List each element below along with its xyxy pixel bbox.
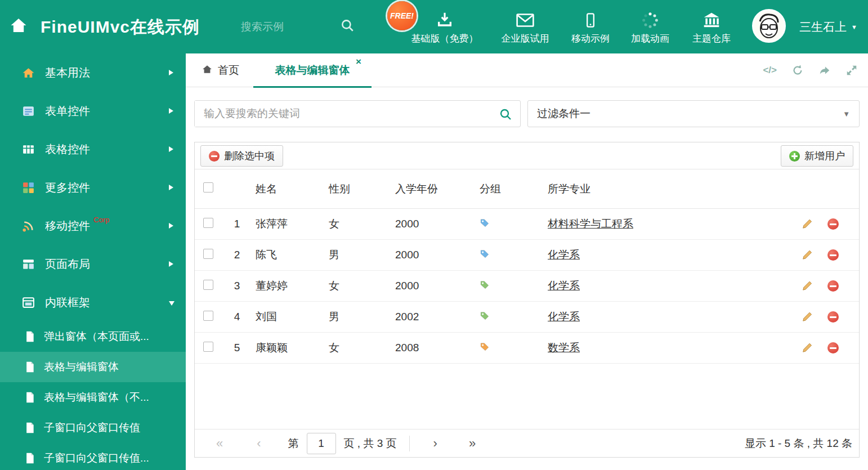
col-header-year: 入学年份 (391, 182, 475, 196)
pager-prev-button[interactable]: ‹ (257, 436, 261, 451)
header: FineUIMvc在线示例 FREE! 基础版（免费） 企业版试用 移动示例 (0, 0, 868, 53)
sidebar-item-mobile-controls[interactable]: 移动控件 Corp (0, 207, 186, 245)
sidebar-subitem-grid-edit-window-2[interactable]: 表格与编辑窗体（不... (0, 382, 186, 413)
major-link[interactable]: 数学系 (548, 342, 580, 353)
major-link[interactable]: 材料科学与工程系 (548, 218, 633, 230)
edit-icon[interactable] (802, 280, 813, 292)
add-user-button[interactable]: 新增用户 (781, 145, 853, 167)
filter-dropdown[interactable]: 过滤条件一 ▼ (527, 100, 860, 127)
sidebar-subitem-grid-edit-window[interactable]: 表格与编辑窗体 (0, 352, 186, 382)
corp-badge: Corp (93, 216, 109, 224)
row-checkbox[interactable] (203, 218, 213, 228)
major-link[interactable]: 化学系 (548, 311, 580, 323)
tag-icon (480, 311, 490, 321)
delete-icon[interactable] (827, 342, 839, 353)
select-all-checkbox[interactable] (203, 182, 213, 193)
search-icon[interactable] (499, 108, 512, 123)
caret-down-icon (169, 301, 175, 306)
close-icon[interactable]: × (356, 57, 361, 66)
row-gender: 女 (324, 217, 391, 231)
pager-next-button[interactable]: › (433, 436, 437, 451)
row-checkbox[interactable] (203, 311, 213, 321)
major-link[interactable]: 化学系 (548, 280, 580, 292)
row-index: 4 (223, 311, 251, 323)
table-row: 5 康颖颖 女 2008 数学系 (195, 333, 859, 364)
layout-icon (21, 257, 36, 271)
sidebar-item-more-controls[interactable]: 更多控件 (0, 168, 186, 207)
expand-icon[interactable] (845, 64, 858, 77)
row-index: 3 (223, 280, 251, 292)
sidebar-subitem-child-to-parent-2[interactable]: 子窗口向父窗口传值... (0, 443, 186, 470)
sidebar-item-iframe[interactable]: 内联框架 (0, 283, 186, 321)
edit-icon[interactable] (802, 249, 813, 261)
edit-icon[interactable] (802, 342, 813, 353)
row-gender: 男 (324, 310, 391, 324)
delete-icon[interactable] (827, 311, 839, 323)
edit-icon[interactable] (802, 311, 813, 323)
sidebar-subitem-popup-window[interactable]: 弹出窗体（本页面或... (0, 321, 186, 352)
share-icon[interactable] (818, 64, 831, 77)
grid-toolbar: 删除选中项 新增用户 (195, 142, 859, 169)
sidebar-item-label: 表单控件 (45, 104, 90, 119)
download-icon (405, 9, 484, 30)
col-header-group: 分组 (475, 182, 541, 196)
row-name: 康颖颖 (251, 341, 324, 355)
tab-home[interactable]: 首页 (202, 53, 239, 87)
nav-label: 主题仓库 (672, 32, 751, 45)
minus-circle-icon (209, 151, 220, 162)
refresh-icon[interactable] (791, 64, 804, 77)
header-search-input[interactable] (241, 17, 339, 37)
bank-icon (672, 9, 751, 30)
delete-icon[interactable] (827, 218, 839, 230)
row-checkbox[interactable] (203, 280, 213, 290)
sidebar-subitem-label: 表格与编辑窗体 (44, 360, 119, 374)
table-header-row: 姓名 性别 入学年份 分组 所学专业 (195, 169, 859, 209)
sidebar-item-label: 更多控件 (45, 180, 90, 195)
record-summary: 显示 1 - 5 条 , 共 12 条 (745, 436, 852, 451)
major-link[interactable]: 化学系 (548, 249, 580, 261)
sidebar-item-basic-usage[interactable]: 基本用法 (0, 53, 186, 92)
delete-icon[interactable] (827, 249, 839, 261)
sidebar-item-label: 移动控件 (45, 218, 90, 234)
row-name: 刘国 (251, 310, 324, 324)
add-button-label: 新增用户 (804, 149, 845, 163)
sidebar-item-label: 表格控件 (45, 142, 90, 157)
sidebar-item-form-controls[interactable]: 表单控件 (0, 92, 186, 130)
nav-label: 基础版（免费） (405, 32, 484, 45)
nav-basic-free[interactable]: 基础版（免费） (405, 9, 484, 45)
pager-first-button[interactable]: « (216, 436, 223, 451)
tab-bar-tools: </> (763, 53, 858, 87)
row-year: 2008 (391, 342, 475, 354)
sidebar: 基本用法 表单控件 表格控件 更多控件 (0, 53, 186, 470)
caret-right-icon (169, 108, 173, 114)
user-menu[interactable]: 三生石上 ▼ (799, 0, 857, 53)
table-row: 2 陈飞 男 2000 化学系 (195, 240, 859, 271)
page-number-input[interactable] (307, 433, 336, 454)
sidebar-item-page-layout[interactable]: 页面布局 (0, 245, 186, 283)
tab-grid-edit-window[interactable]: 表格与编辑窗体 × (253, 53, 372, 87)
home-icon[interactable] (9, 16, 28, 37)
table-icon (21, 142, 36, 156)
sidebar-item-grid-controls[interactable]: 表格控件 (0, 130, 186, 168)
edit-icon[interactable] (802, 218, 813, 230)
row-checkbox[interactable] (203, 342, 213, 352)
keyword-search-box (194, 100, 521, 127)
keyword-search-input[interactable] (195, 101, 487, 127)
frame-icon (21, 296, 36, 310)
avatar[interactable] (752, 9, 786, 43)
row-year: 2000 (391, 249, 475, 261)
pager-last-button[interactable]: » (469, 436, 476, 451)
row-gender: 男 (324, 248, 391, 262)
caret-right-icon (169, 146, 173, 152)
delete-icon[interactable] (827, 280, 839, 292)
sidebar-subitem-label: 子窗口向父窗口传值 (44, 420, 140, 435)
nav-theme-store[interactable]: 主题仓库 (672, 9, 751, 45)
search-icon[interactable] (340, 18, 355, 35)
page-label-suffix: 页 , 共 3 页 (344, 436, 397, 451)
row-index: 2 (223, 249, 251, 261)
tag-icon (480, 342, 490, 352)
sidebar-subitem-child-to-parent[interactable]: 子窗口向父窗口传值 (0, 413, 186, 443)
row-checkbox[interactable] (203, 249, 213, 259)
delete-selected-button[interactable]: 删除选中项 (200, 145, 283, 167)
code-icon[interactable]: </> (763, 65, 777, 76)
